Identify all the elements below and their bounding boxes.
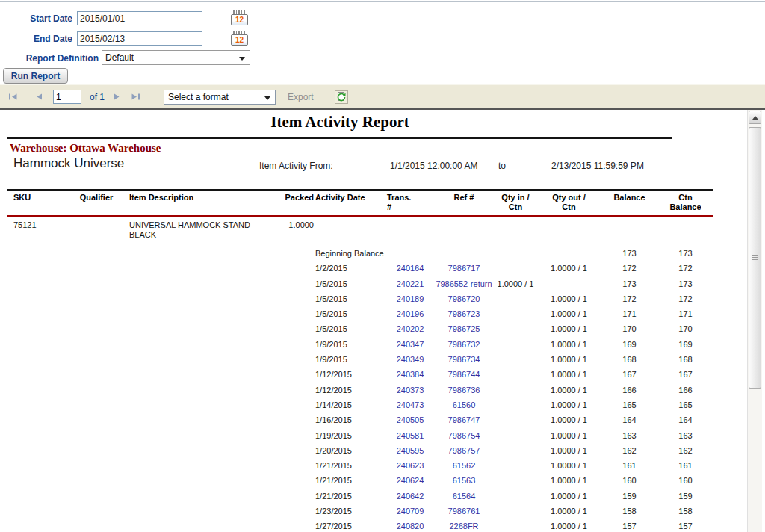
empty-cell bbox=[129, 489, 264, 504]
qty-out-value bbox=[536, 276, 601, 291]
start-date-calendar-icon[interactable]: 12 bbox=[231, 10, 248, 25]
next-page-button[interactable] bbox=[114, 93, 121, 101]
qty-in-value bbox=[495, 398, 536, 412]
qty-in-value bbox=[495, 412, 536, 427]
trans-number-link[interactable]: 240473 bbox=[387, 398, 433, 412]
activity-row: 1/14/2015240473615601.0000 / 1165165 bbox=[13, 398, 713, 412]
vertical-scrollbar[interactable] bbox=[747, 110, 762, 532]
end-date-label: End Date bbox=[0, 34, 72, 44]
ref-number-link[interactable]: 7986723 bbox=[433, 306, 495, 321]
ref-number-link[interactable]: 7986761 bbox=[433, 504, 495, 519]
scrollbar-up-button[interactable] bbox=[749, 111, 761, 124]
qty-out-value: 1.0000 / 1 bbox=[536, 398, 601, 412]
ref-number-link[interactable]: 7986747 bbox=[433, 412, 495, 427]
ref-number-link[interactable]: 7986757 bbox=[433, 443, 495, 458]
balance-value: 160 bbox=[601, 473, 657, 488]
ref-number-link[interactable]: 61564 bbox=[433, 489, 495, 504]
refresh-button[interactable] bbox=[335, 90, 348, 104]
activity-row: 1/2/201524016479867171.0000 / 1172172 bbox=[13, 261, 713, 276]
export-format-select[interactable]: Select a format bbox=[164, 90, 276, 105]
empty-cell bbox=[129, 443, 264, 458]
trans-number-link[interactable]: 240384 bbox=[387, 367, 433, 382]
run-report-button[interactable]: Run Report bbox=[3, 68, 68, 84]
trans-number-link[interactable]: 240623 bbox=[387, 458, 433, 473]
trans-number-link[interactable]: 240202 bbox=[387, 321, 433, 336]
end-date-calendar-icon[interactable]: 12 bbox=[231, 31, 248, 46]
balance-value: 170 bbox=[601, 321, 657, 336]
trans-number-link[interactable]: 240221 bbox=[387, 276, 433, 291]
first-page-button[interactable] bbox=[7, 93, 19, 101]
report-toolbar: of 1 Select a format Export bbox=[0, 84, 765, 110]
qty-in-value bbox=[495, 367, 536, 382]
empty-cell bbox=[273, 519, 314, 532]
qty-out-value: 1.0000 / 1 bbox=[536, 306, 601, 321]
ref-number-link[interactable]: 61562 bbox=[433, 458, 495, 473]
ref-number-link[interactable]: 7986734 bbox=[433, 352, 495, 367]
start-date-input[interactable] bbox=[77, 11, 202, 25]
empty-cell bbox=[314, 220, 387, 240]
qty-in-value bbox=[495, 473, 536, 488]
empty-cell bbox=[64, 519, 129, 532]
trans-number-link[interactable]: 240373 bbox=[387, 383, 433, 398]
ref-number-link[interactable]: 61563 bbox=[433, 473, 495, 488]
trans-number-link[interactable]: 240624 bbox=[387, 473, 433, 488]
trans-number-link[interactable]: 240189 bbox=[387, 291, 433, 306]
ref-number-link[interactable]: 61560 bbox=[433, 398, 495, 412]
empty-cell bbox=[433, 220, 495, 240]
activity-row: 1/12/201524038479867441.0000 / 1167167 bbox=[13, 367, 713, 382]
balance-value: 172 bbox=[601, 291, 657, 306]
report-definition-label: Report Definition bbox=[0, 53, 99, 64]
activity-row: 1/12/201524037379867361.0000 / 1166166 bbox=[13, 383, 713, 398]
empty-cell bbox=[129, 306, 264, 321]
trans-number-link[interactable]: 240820 bbox=[387, 519, 433, 532]
previous-page-button[interactable] bbox=[35, 93, 43, 101]
trans-number-link[interactable]: 240349 bbox=[387, 352, 433, 367]
trans-number-link[interactable]: 240581 bbox=[387, 428, 433, 443]
qty-out-value: 1.0000 / 1 bbox=[536, 489, 601, 504]
report-definition-select[interactable]: Default bbox=[102, 50, 250, 65]
ref-number-link[interactable]: 7986732 bbox=[433, 337, 495, 352]
ctn-balance-value: 168 bbox=[657, 352, 713, 367]
qty-out-value: 1.0000 / 1 bbox=[536, 519, 601, 532]
ref-number-link[interactable]: 7986754 bbox=[433, 428, 495, 443]
trans-number-link[interactable]: 240505 bbox=[387, 412, 433, 427]
ref-number-link[interactable]: 2268FR bbox=[433, 519, 495, 532]
empty-cell bbox=[64, 504, 129, 519]
ref-number-link[interactable]: 7986720 bbox=[433, 291, 495, 306]
qty-out-value bbox=[536, 246, 601, 261]
ref-number-link[interactable]: 7986725 bbox=[433, 321, 495, 336]
export-link[interactable]: Export bbox=[288, 92, 314, 102]
ref-number-link[interactable]: 7986744 bbox=[433, 367, 495, 382]
report-title: Item Activity Report bbox=[7, 113, 672, 132]
empty-cell bbox=[273, 473, 314, 488]
qty-in-value: 1.0000 / 1 bbox=[495, 276, 536, 291]
qty-out-value: 1.0000 / 1 bbox=[536, 352, 601, 367]
ctn-balance-value: 160 bbox=[657, 473, 713, 488]
qty-in-value bbox=[495, 519, 536, 532]
trans-number-link[interactable]: 240595 bbox=[387, 443, 433, 458]
ref-number-link[interactable]: 7986717 bbox=[433, 261, 495, 276]
qty-out-value: 1.0000 / 1 bbox=[536, 443, 601, 458]
trans-number-link[interactable]: 240709 bbox=[387, 504, 433, 519]
qty-out-value: 1.0000 / 1 bbox=[536, 412, 601, 427]
ctn-balance-value: 162 bbox=[657, 443, 713, 458]
end-date-input[interactable] bbox=[77, 31, 202, 46]
ref-number-link[interactable]: 7986552-return bbox=[433, 276, 495, 291]
trans-number-link[interactable]: 240347 bbox=[387, 337, 433, 352]
trans-number-link[interactable]: 240196 bbox=[387, 306, 433, 321]
page-number-input[interactable] bbox=[53, 90, 81, 104]
balance-value: 171 bbox=[601, 306, 657, 321]
trans-number-link[interactable]: 240642 bbox=[387, 489, 433, 504]
header-underline bbox=[7, 215, 713, 217]
activity-row: 1/5/201524020279867251.0000 / 1170170 bbox=[13, 321, 713, 336]
last-page-button[interactable] bbox=[130, 93, 141, 101]
ref-number-link[interactable]: 7986736 bbox=[433, 383, 495, 398]
qty-in-value bbox=[495, 261, 536, 276]
ctn-balance-value: 165 bbox=[657, 398, 713, 412]
trans-number-link[interactable]: 240164 bbox=[387, 261, 433, 276]
scrollbar-thumb[interactable] bbox=[749, 127, 761, 389]
empty-cell bbox=[13, 276, 64, 291]
balance-value: 161 bbox=[601, 458, 657, 473]
qty-in-value bbox=[495, 306, 536, 321]
balance-value: 166 bbox=[601, 383, 657, 398]
